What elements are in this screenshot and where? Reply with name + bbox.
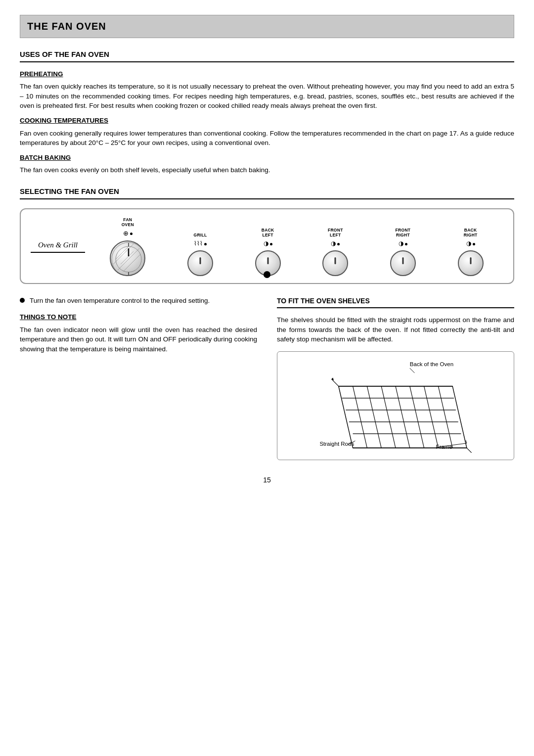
svg-line-12 [353, 386, 367, 448]
front-right-knob [390, 250, 416, 276]
section-uses: USES OF THE FAN OVEN PREHEATING The fan … [20, 49, 514, 175]
back-right-knob [458, 250, 484, 276]
svg-line-31 [466, 440, 467, 443]
fan-dot [130, 233, 133, 235]
page-number: 15 [20, 475, 514, 485]
knob-back-right: BACKRIGHT ◑ [458, 228, 484, 276]
front-right-icon: ◑ [399, 239, 403, 248]
shelf-svg: Back of the Oven [284, 358, 507, 453]
fan-oven-knob [110, 240, 145, 276]
col-right: TO FIT THE OVEN SHELVES The shelves shou… [277, 296, 514, 460]
knob-front-right-label: FRONTRIGHT [396, 228, 411, 237]
svg-line-25 [331, 379, 338, 386]
knob-fan-oven: FANOVEN ⊕ [110, 217, 145, 276]
back-right-icon: ◑ [466, 239, 471, 248]
shelf-diagram: Back of the Oven [277, 351, 514, 460]
bullet-text: Turn the fan oven temperature control to… [30, 296, 210, 306]
batch-baking-block: BATCH BAKING The fan oven cooks evenly o… [20, 153, 514, 175]
knobs-area: FANOVEN ⊕ [90, 217, 503, 276]
uses-title: USES OF THE FAN OVEN [20, 49, 514, 62]
knob-back-right-label: BACKRIGHT [464, 228, 478, 237]
preheating-subtitle: PREHEATING [20, 69, 514, 79]
svg-line-17 [424, 386, 439, 448]
preheating-block: PREHEATING The fan oven quickly reaches … [20, 69, 514, 111]
svg-line-14 [381, 386, 396, 448]
bullet-dot [20, 298, 25, 303]
knob-back-left-label: BACKLEFT [262, 228, 274, 237]
svg-line-3 [121, 251, 134, 264]
front-left-knob [322, 250, 348, 276]
batch-baking-text: The fan oven cooks evenly on both shelf … [20, 165, 514, 175]
back-left-icon: ◑ [264, 239, 268, 248]
grill-icon: ⌇⌇⌇ [194, 239, 203, 248]
shelves-title: TO FIT THE OVEN SHELVES [277, 296, 514, 308]
svg-line-10 [410, 368, 415, 373]
rods-label: Straight Rods [319, 440, 354, 446]
oven-grill-label: Oven & Grill [31, 240, 85, 253]
diagram-bottom-dot [264, 271, 270, 278]
page-header: THE FAN OVEN [20, 15, 514, 38]
knob-front-left-label: FRONTLEFT [328, 228, 343, 237]
col-left: Turn the fan oven temperature control to… [20, 296, 257, 460]
fan-icon: ⊕ [123, 229, 129, 238]
shelves-text: The shelves should be fitted with the st… [277, 315, 514, 344]
grill-dot [204, 243, 207, 245]
cooking-temps-text: Fan oven cooking generally requires lowe… [20, 129, 514, 148]
front-left-icon: ◑ [331, 239, 336, 248]
back-label: Back of the Oven [410, 361, 453, 367]
grill-knob [187, 250, 213, 276]
things-to-note-subtitle: THINGS TO NOTE [20, 312, 257, 322]
knob-grill: GRILL ⌇⌇⌇ [187, 233, 213, 276]
page-title: THE FAN OVEN [27, 19, 507, 34]
bullet-item: Turn the fan oven temperature control to… [20, 296, 257, 306]
cooking-temps-subtitle: COOKING TEMPERATURES [20, 116, 514, 126]
preheating-text: The fan oven quickly reaches its tempera… [20, 82, 514, 111]
cooking-temps-block: COOKING TEMPERATURES Fan oven cooking ge… [20, 116, 514, 148]
svg-line-18 [438, 386, 452, 448]
svg-line-5 [124, 254, 140, 271]
svg-line-15 [396, 386, 410, 448]
knob-grill-label: GRILL [193, 233, 207, 237]
front-right-dot [405, 243, 407, 245]
knob-fan-label: FANOVEN [122, 217, 134, 227]
svg-line-27 [467, 448, 474, 453]
batch-baking-subtitle: BATCH BAKING [20, 153, 514, 163]
front-left-dot [337, 243, 340, 245]
diagram-box: Oven & Grill FANOVEN ⊕ [20, 208, 514, 284]
two-col-section: Turn the fan oven temperature control to… [20, 296, 514, 460]
things-to-note-block: THINGS TO NOTE The fan oven indicator ne… [20, 312, 257, 354]
knob-front-left: FRONTLEFT ◑ [322, 228, 348, 276]
things-to-note-text: The fan oven indicator neon will glow un… [20, 325, 257, 354]
back-right-dot [473, 243, 475, 245]
svg-line-13 [367, 386, 381, 448]
back-left-dot [270, 243, 272, 245]
selecting-title: SELECTING THE FAN OVEN [20, 186, 514, 199]
knob-front-right: FRONTRIGHT ◑ [390, 228, 416, 276]
svg-line-16 [410, 386, 424, 448]
section-selecting: SELECTING THE FAN OVEN Oven & Grill FANO… [20, 186, 514, 284]
knob-back-left: BACKLEFT ◑ [255, 228, 281, 276]
